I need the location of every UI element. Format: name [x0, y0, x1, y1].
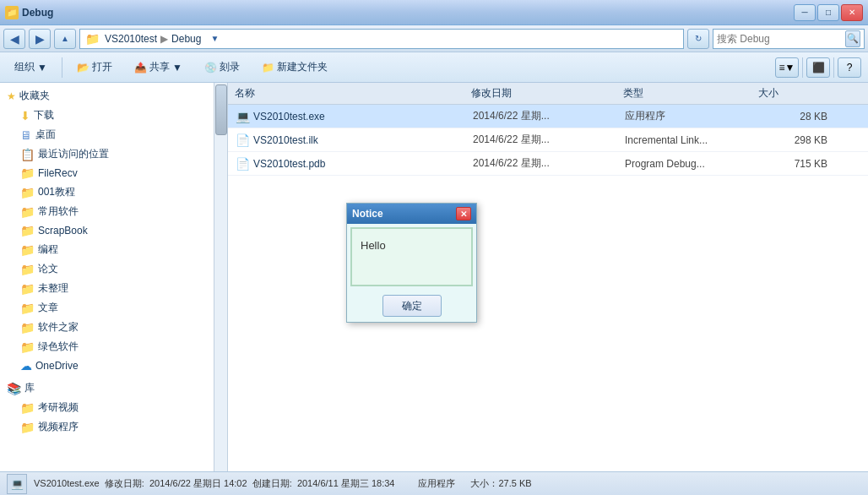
sidebar-item-001[interactable]: 📁 001教程	[3, 182, 214, 202]
sidebar-item-software-house[interactable]: 📁 软件之家	[3, 318, 214, 337]
sidebar-item-gaokao-video[interactable]: 📁 考研视频	[3, 398, 214, 417]
search-input[interactable]	[717, 33, 844, 45]
sidebar-item-recent[interactable]: 📋 最近访问的位置	[3, 144, 214, 164]
file-item-0[interactable]: 💻 VS2010test.exe 2014/6/22 星期... 应用程序 28…	[228, 105, 868, 128]
dialog-ok-button[interactable]: 确定	[382, 295, 442, 317]
window-icon: 📁	[5, 6, 19, 19]
path-dropdown-button[interactable]: ▼	[206, 29, 223, 49]
sidebar-item-video-program[interactable]: 📁 视频程序	[3, 417, 214, 437]
minimize-button[interactable]: ─	[794, 4, 816, 21]
sidebar-item-programming[interactable]: 📁 编程	[3, 240, 214, 259]
burn-icon: 💿	[204, 62, 217, 73]
sidebar-item-desktop[interactable]: 🖥 桌面	[3, 125, 214, 144]
library-header[interactable]: 📚 库	[3, 378, 214, 398]
folder-icon-paper: 📁	[20, 263, 35, 276]
col-header-type[interactable]: 类型	[623, 86, 758, 101]
status-text: VS2010test.exe 修改日期: 2014/6/22 星期日 14:02…	[34, 477, 394, 490]
pane-toggle-button[interactable]: ⬛	[806, 57, 830, 78]
forward-button[interactable]: ▶	[29, 29, 51, 49]
sidebar-item-green-software[interactable]: 📁 绿色软件	[3, 337, 214, 356]
dialog-message: Hello	[361, 239, 386, 252]
library-label: 库	[24, 381, 35, 395]
sidebar-label-software-house: 软件之家	[38, 320, 79, 335]
sidebar-item-onedrive[interactable]: ☁ OneDrive	[3, 356, 214, 375]
toolbar-right: ≡▼ ⬛ ?	[775, 57, 861, 78]
sidebar-label-onedrive: OneDrive	[35, 360, 79, 372]
up-button[interactable]: ▲	[54, 29, 76, 49]
sidebar-label-unsorted: 未整理	[38, 281, 68, 296]
sidebar-label-filerecv: FileRecv	[38, 167, 78, 179]
path-folder-icon: 📁	[85, 32, 100, 46]
search-button[interactable]: 🔍	[845, 30, 860, 47]
burn-button[interactable]: 💿 刻录	[197, 57, 247, 78]
search-box: 🔍	[713, 29, 865, 49]
refresh-button[interactable]: ↻	[687, 29, 709, 49]
col-header-date[interactable]: 修改日期	[471, 86, 623, 101]
sidebar-scroll-thumb[interactable]	[215, 84, 227, 135]
close-button[interactable]: ✕	[841, 4, 863, 21]
cloud-icon-onedrive: ☁	[20, 359, 32, 373]
status-size: 大小：27.5 KB	[470, 477, 531, 490]
col-header-name[interactable]: 名称	[235, 86, 471, 101]
window-title: Debug	[22, 7, 53, 19]
sidebar-item-article[interactable]: 📁 文章	[3, 298, 214, 318]
sidebar-item-scrapbook[interactable]: 📁 ScrapBook	[3, 221, 214, 240]
file-name-2: VS2010test.pdb	[253, 158, 473, 170]
toolbar-separator-1	[62, 57, 62, 78]
sidebar-item-common-software[interactable]: 📁 常用软件	[3, 202, 214, 221]
file-item-1[interactable]: 📄 VS2010test.ilk 2014/6/22 星期... Increme…	[228, 128, 868, 152]
col-header-size[interactable]: 大小	[758, 86, 826, 101]
restore-button[interactable]: □	[817, 4, 839, 21]
sidebar: ★ 收藏夹 ⬇ 下载 🖥 桌面 📋 最近访问的位置 📁 FileRecv 📁	[0, 83, 228, 471]
sidebar-label-article: 文章	[38, 301, 58, 315]
file-icon-1: 📄	[235, 133, 250, 148]
folder-icon-filerecv: 📁	[20, 166, 35, 180]
help-button[interactable]: ?	[838, 57, 861, 78]
dialog-close-button[interactable]: ✕	[456, 207, 471, 220]
title-bar-left: 📁 Debug	[5, 6, 53, 19]
sidebar-item-paper[interactable]: 📁 论文	[3, 259, 214, 279]
file-name-1: VS2010test.ilk	[253, 134, 473, 146]
sidebar-inner: ★ 收藏夹 ⬇ 下载 🖥 桌面 📋 最近访问的位置 📁 FileRecv 📁	[0, 83, 214, 440]
toolbar: 组织 ▼ 📂 打开 📤 共享 ▼ 💿 刻录 📁 新建文件夹 ≡▼ ⬛ ?	[0, 52, 868, 83]
folder-icon-software-house: 📁	[20, 321, 35, 335]
folder-icon-green-software: 📁	[20, 340, 35, 354]
sidebar-scrollbar[interactable]	[214, 83, 227, 471]
sidebar-item-filerecv[interactable]: 📁 FileRecv	[3, 164, 214, 182]
share-label: 共享	[149, 60, 170, 74]
sidebar-label-download: 下载	[34, 108, 54, 122]
path-part-1: VS2010test	[105, 33, 157, 45]
status-modified-label: 修改日期:	[105, 478, 144, 488]
organize-button[interactable]: 组织 ▼	[7, 57, 55, 78]
share-button[interactable]: 📤 共享 ▼	[127, 57, 190, 78]
dialog-title-text: Notice	[352, 208, 383, 220]
open-button[interactable]: 📂 打开	[69, 57, 120, 78]
view-toggle-button[interactable]: ≡▼	[775, 57, 799, 78]
sidebar-item-download[interactable]: ⬇ 下载	[3, 106, 214, 125]
file-item-2[interactable]: 📄 VS2010test.pdb 2014/6/22 星期... Program…	[228, 152, 868, 176]
status-filename: VS2010test.exe	[34, 478, 100, 488]
file-date-2: 2014/6/22 星期...	[473, 156, 625, 171]
open-icon: 📂	[77, 62, 90, 73]
toolbar-separator-2	[802, 57, 803, 78]
new-folder-button[interactable]: 📁 新建文件夹	[254, 57, 335, 78]
folder-icon-gaokao: 📁	[20, 401, 35, 415]
sidebar-item-unsorted[interactable]: 📁 未整理	[3, 279, 214, 298]
sidebar-label-001: 001教程	[38, 185, 75, 199]
notice-dialog: Notice ✕ Hello 确定	[346, 203, 477, 323]
status-bar: 💻 VS2010test.exe 修改日期: 2014/6/22 星期日 14:…	[0, 471, 868, 495]
address-path-box[interactable]: 📁 VS2010test ▶ Debug ▼	[79, 29, 684, 49]
status-type: 应用程序	[418, 477, 455, 490]
new-folder-label: 新建文件夹	[277, 60, 328, 74]
status-modified-date: 2014/6/22 星期日 14:02	[149, 478, 247, 488]
file-date-0: 2014/6/22 星期...	[473, 109, 625, 123]
favorites-header[interactable]: ★ 收藏夹	[3, 86, 214, 106]
file-size-1: 298 KB	[760, 134, 827, 146]
back-button[interactable]: ◀	[3, 29, 25, 49]
status-created-label: 创建日期:	[252, 478, 292, 488]
folder-icon-001: 📁	[20, 186, 35, 199]
file-type-1: Incremental Link...	[625, 134, 760, 146]
library-icon: 📚	[7, 382, 21, 395]
folder-icon-recent: 📋	[20, 148, 35, 161]
star-icon: ★	[7, 90, 16, 102]
